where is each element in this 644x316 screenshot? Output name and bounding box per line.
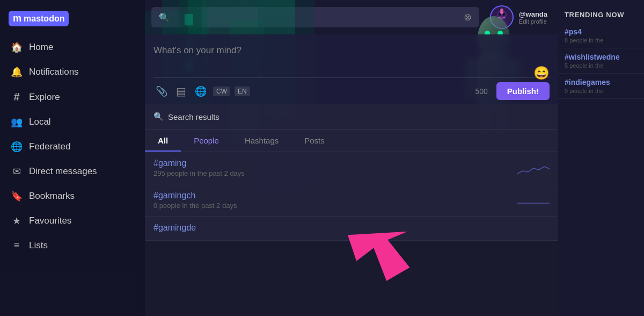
result-gamingch-meta: 0 people in the past 2 days: [153, 202, 237, 210]
tab-people[interactable]: People: [181, 130, 232, 152]
cw-button[interactable]: CW: [213, 87, 230, 96]
search-results-title: Search results: [168, 112, 219, 121]
nav-label-federated: Federated: [29, 141, 71, 152]
result-gamingde-info: #gamingde: [153, 223, 196, 234]
lang-button[interactable]: EN: [235, 87, 250, 96]
result-gamingde-tag: #gamingde: [153, 223, 196, 233]
sidebar-item-local[interactable]: 👥 Local: [0, 110, 145, 134]
emoji-button[interactable]: 😄: [533, 66, 550, 81]
main-content: 🔍 #gaming ⊗ @wanda: [145, 0, 558, 316]
sparkline-gamingch: [517, 192, 550, 209]
nav-label-home: Home: [29, 42, 53, 53]
result-gaming-info: #gaming 295 people in the past 2 days: [153, 159, 245, 177]
trending-header: TRENDING NOW: [558, 6, 644, 23]
sidebar-item-home[interactable]: 🏠 Home: [0, 35, 145, 60]
logo-text: mastodon: [24, 14, 64, 24]
trending-item-wishlist[interactable]: #wishlistwedne 5 people in the: [558, 48, 644, 74]
hashtag-icon: #: [11, 91, 23, 103]
logo-icon: m: [13, 13, 21, 24]
result-gamingch-info: #gamingch 0 people in the past 2 days: [153, 191, 237, 210]
search-tabs: All People Hashtags Posts: [145, 130, 558, 152]
home-icon: 🏠: [11, 41, 23, 53]
nav-label-local: Local: [29, 117, 51, 127]
result-gaming-meta: 295 people in the past 2 days: [153, 169, 245, 177]
trending-meta-indiegames: 9 people in the: [565, 88, 638, 94]
mail-icon: ✉: [11, 166, 23, 177]
logo-area[interactable]: m mastodon: [0, 6, 145, 35]
sidebar-item-notifications[interactable]: 🔔 Notifications: [0, 60, 145, 84]
bookmark-icon: 🔖: [11, 190, 23, 202]
sidebar: m mastodon 🏠 Home 🔔 Notifications # Expl…: [0, 0, 145, 316]
result-item-gamingde[interactable]: #gamingde: [145, 217, 558, 241]
result-gaming-tag: #gaming: [153, 159, 245, 168]
sidebar-item-bookmarks[interactable]: 🔖 Bookmarks: [0, 184, 145, 209]
tab-all[interactable]: All: [145, 130, 181, 152]
sidebar-item-direct[interactable]: ✉ Direct messages: [0, 159, 145, 184]
local-icon: 👥: [11, 116, 23, 128]
sidebar-item-federated[interactable]: 🌐 Federated: [0, 134, 145, 159]
tab-posts[interactable]: Posts: [291, 130, 338, 152]
nav-label-lists: Lists: [29, 240, 48, 251]
nav-label-bookmarks: Bookmarks: [29, 191, 75, 202]
compose-box: What's on your mind? 😄 📎 ▤ 🌐 CW EN 500 P…: [145, 34, 558, 104]
right-trending-panel: TRENDING NOW #ps4 8 people in the #wishl…: [558, 0, 644, 316]
compose-placeholder[interactable]: What's on your mind?: [153, 41, 550, 77]
bell-icon: 🔔: [11, 66, 23, 78]
search-results-header: 🔍 Search results: [145, 104, 558, 130]
nav-label-notifications: Notifications: [29, 67, 79, 77]
globe-privacy-icon[interactable]: 🌐: [193, 83, 209, 99]
trending-tag-indiegames: #indiegames: [565, 78, 638, 87]
tab-hashtags[interactable]: Hashtags: [232, 130, 291, 152]
result-item-gamingch[interactable]: #gamingch 0 people in the past 2 days: [145, 184, 558, 217]
mastodon-logo[interactable]: m mastodon: [9, 11, 69, 26]
format-icon[interactable]: ▤: [174, 83, 188, 100]
trending-item-ps4[interactable]: #ps4 8 people in the: [558, 23, 644, 48]
nav-label-explore: Explore: [29, 92, 60, 103]
attach-icon[interactable]: 📎: [153, 83, 170, 99]
result-item-gaming[interactable]: #gaming 295 people in the past 2 days: [145, 152, 558, 184]
sidebar-item-favourites[interactable]: ★ Favourites: [0, 209, 145, 233]
trending-tag-ps4: #ps4: [565, 27, 638, 36]
result-gamingch-tag: #gamingch: [153, 191, 237, 200]
trending-item-indiegames[interactable]: #indiegames 9 people in the: [558, 74, 644, 99]
star-icon: ★: [11, 215, 23, 227]
sidebar-item-explore[interactable]: # Explore: [0, 84, 145, 110]
compose-toolbar: 📎 ▤ 🌐 CW EN 500 Publish!: [153, 77, 550, 104]
trending-meta-ps4: 8 people in the: [565, 37, 638, 44]
search-results-panel: 🔍 Search results All People Hashtags Pos…: [145, 104, 558, 241]
char-count: 500: [475, 87, 487, 96]
publish-button[interactable]: Publish!: [496, 82, 550, 100]
sparkline-gaming: [517, 160, 550, 176]
globe-icon: 🌐: [11, 141, 23, 153]
trending-meta-wishlist: 5 people in the: [565, 62, 638, 69]
results-search-icon: 🔍: [153, 112, 164, 121]
svg-rect-12: [185, 14, 193, 25]
trending-tag-wishlist: #wishlistwedne: [565, 53, 638, 61]
sidebar-item-lists[interactable]: ≡ Lists: [0, 233, 145, 257]
nav-label-favourites: Favourites: [29, 216, 71, 226]
list-icon: ≡: [11, 240, 23, 251]
nav-label-direct: Direct messages: [29, 166, 97, 177]
